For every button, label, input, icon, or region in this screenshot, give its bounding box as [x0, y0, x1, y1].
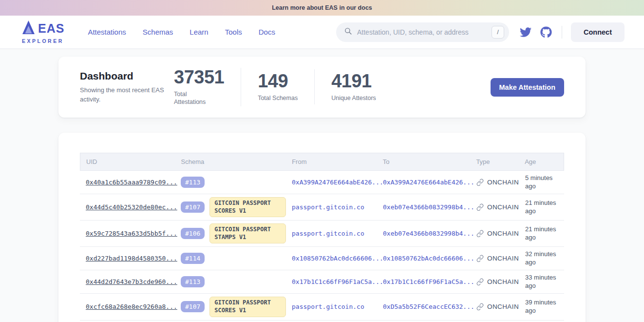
nav-item-tools[interactable]: Tools — [225, 28, 242, 36]
to-link[interactable]: 0xeb07e4366b0832998b4... — [383, 230, 474, 237]
type-cell: ONCHAIN — [471, 278, 519, 285]
stats-group: 37351 Total Attestations 149 Total Schem… — [174, 68, 409, 107]
type-label: ONCHAIN — [487, 179, 519, 186]
stat-value: 149 — [258, 72, 298, 91]
column-header-from: From — [286, 158, 377, 165]
uid-link[interactable]: 0x44d5c40b25320de80ec... — [86, 203, 177, 211]
stat-block: 149 Total Schemas — [258, 69, 315, 104]
nav-item-learn[interactable]: Learn — [189, 28, 208, 36]
stat-block: 4191 Unique Attestors — [331, 69, 393, 104]
column-header-uid: UID — [80, 158, 175, 165]
stat-label: Unique Attestors — [331, 94, 376, 102]
stat-label: Total Schemas — [258, 94, 298, 102]
type-label: ONCHAIN — [487, 255, 519, 262]
type-cell: ONCHAIN — [471, 230, 519, 237]
from-link[interactable]: 0xA399A2476E664abE426... — [292, 179, 383, 186]
age-label: 39 minutes ago — [525, 299, 564, 315]
link-chain-icon — [476, 303, 484, 310]
main-nav: AttestationsSchemasLearnToolsDocs — [88, 28, 275, 36]
to-link[interactable]: 0xeb07e4366b0832998b4... — [383, 203, 474, 211]
type-cell: ONCHAIN — [471, 303, 519, 310]
social-links — [520, 26, 552, 38]
table-header-row: UIDSchemaFromToTypeAge — [80, 153, 564, 171]
schema-id-badge[interactable]: #113 — [181, 177, 205, 188]
to-link[interactable]: 0x10850762bAc0dc66606... — [383, 255, 474, 262]
column-header-to: To — [377, 158, 471, 165]
search-bar: / — [336, 22, 509, 42]
stat-block: 37351 Total Attestations — [174, 68, 241, 107]
to-link[interactable]: 0x17b1C1c66fF96F1aC5a... — [383, 278, 474, 285]
type-cell: ONCHAIN — [471, 179, 519, 186]
schema-id-badge[interactable]: #107 — [181, 201, 205, 213]
stat-value: 37351 — [174, 68, 224, 87]
table-row[interactable]: 0xcfc68a268e8ec9260a8... #107 GITCOIN PA… — [80, 294, 564, 320]
connect-button[interactable]: Connect — [571, 22, 625, 42]
page-subtitle: Showing the most recent EAS activity. — [80, 86, 167, 104]
table-row[interactable]: 0x40a1c6b55aaa9789c09... #113 0xA399A247… — [80, 171, 564, 194]
stat-label: Total Attestations — [174, 90, 219, 107]
schema-id-badge[interactable]: #107 — [181, 301, 205, 312]
table-row[interactable]: 0x44d5c40b25320de80ec... #107 GITCOIN PA… — [80, 194, 564, 221]
uid-link[interactable]: 0xcfc68a268e8ec9260a8... — [86, 303, 177, 310]
column-header-age: Age — [519, 158, 564, 165]
github-icon[interactable] — [540, 26, 552, 38]
type-label: ONCHAIN — [487, 203, 519, 211]
column-header-type: Type — [470, 158, 519, 165]
link-chain-icon — [476, 230, 484, 237]
nav-item-attestations[interactable]: Attestations — [88, 28, 126, 36]
attestations-table-card: UIDSchemaFromToTypeAge 0x40a1c6b55aaa978… — [58, 133, 586, 322]
type-label: ONCHAIN — [487, 303, 519, 310]
from-link[interactable]: passport.gitcoin.co — [292, 303, 364, 310]
dashboard-card: Dashboard Showing the most recent EAS ac… — [58, 57, 586, 118]
eas-triangle-icon — [22, 20, 35, 37]
uid-link[interactable]: 0x40a1c6b55aaa9789c09... — [86, 179, 177, 186]
type-label: ONCHAIN — [487, 278, 519, 285]
page-title: Dashboard — [80, 70, 174, 82]
schema-id-badge[interactable]: #114 — [181, 253, 205, 264]
table-row[interactable]: 0xd227bad1198d4580350... #114 0x10850762… — [80, 247, 564, 270]
from-link[interactable]: passport.gitcoin.co — [292, 230, 364, 237]
schema-id-badge[interactable]: #106 — [181, 228, 205, 239]
table-row[interactable]: 0x59c728543a633d5bb5f... #106 GITCOIN PA… — [80, 221, 564, 247]
link-chain-icon — [476, 203, 484, 211]
announcement-banner: Learn more about EAS in our docs — [0, 0, 644, 16]
table-body: 0x40a1c6b55aaa9789c09... #113 0xA399A247… — [80, 171, 564, 321]
schema-name-badge[interactable]: GITCOIN PASSPORT SCORES V1 — [209, 297, 286, 317]
logo-subtitle: EXPLORER — [22, 38, 64, 44]
uid-link[interactable]: 0xd227bad1198d4580350... — [86, 255, 177, 262]
type-cell: ONCHAIN — [471, 203, 519, 211]
banner-link[interactable]: Learn more about EAS in our docs — [272, 4, 372, 11]
stat-value: 4191 — [331, 72, 376, 91]
header: EAS EXPLORER AttestationsSchemasLearnToo… — [0, 16, 644, 49]
uid-link[interactable]: 0x59c728543a633d5bb5f... — [86, 230, 177, 237]
nav-item-schemas[interactable]: Schemas — [143, 28, 173, 36]
to-link[interactable]: 0xD5a5b52F6CeaccEC632... — [383, 303, 474, 310]
column-header-schema: Schema — [175, 158, 286, 165]
type-label: ONCHAIN — [487, 230, 519, 237]
table-row[interactable]: 0x44d2d7643e7b3cde960... #113 0x17b1C1c6… — [80, 270, 564, 294]
slash-shortcut-key: / — [492, 26, 504, 39]
make-attestation-button[interactable]: Make Attestation — [491, 78, 564, 97]
age-label: 33 minutes ago — [525, 274, 564, 290]
age-label: 21 minutes ago — [525, 199, 564, 216]
age-label: 5 minutes ago — [525, 174, 564, 191]
logo-title: EAS — [38, 22, 64, 35]
eas-logo[interactable]: EAS EXPLORER — [22, 20, 64, 44]
search-icon — [344, 27, 352, 37]
search-input[interactable] — [357, 28, 492, 36]
nav-item-docs[interactable]: Docs — [259, 28, 275, 36]
from-link[interactable]: 0x10850762bAc0dc66606... — [292, 255, 383, 262]
schema-id-badge[interactable]: #113 — [181, 276, 205, 287]
header-divider — [562, 26, 562, 39]
age-label: 21 minutes ago — [525, 225, 564, 242]
from-link[interactable]: 0x17b1C1c66fF96F1aC5a... — [292, 278, 383, 285]
schema-name-badge[interactable]: GITCOIN PASSPORT SCORES V1 — [209, 197, 286, 217]
uid-link[interactable]: 0x44d2d7643e7b3cde960... — [86, 278, 177, 285]
age-label: 32 minutes ago — [525, 250, 564, 267]
schema-name-badge[interactable]: GITCOIN PASSPORT STAMPS V1 — [209, 223, 286, 243]
from-link[interactable]: passport.gitcoin.co — [292, 203, 364, 211]
link-chain-icon — [476, 278, 484, 285]
twitter-icon[interactable] — [520, 26, 531, 38]
type-cell: ONCHAIN — [471, 255, 519, 262]
to-link[interactable]: 0xA399A2476E664abE426... — [383, 179, 474, 186]
